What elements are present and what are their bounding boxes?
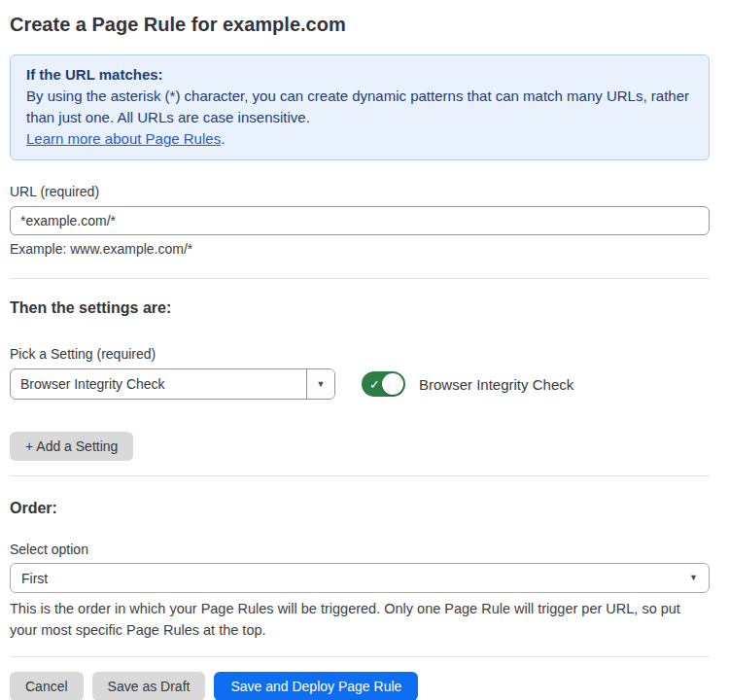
- link-suffix: .: [221, 130, 225, 147]
- setting-picker-select[interactable]: Browser Integrity Check ▼: [10, 368, 335, 400]
- footer-buttons: Cancel Save as Draft Save and Deploy Pag…: [10, 672, 710, 700]
- url-input[interactable]: [10, 206, 710, 235]
- save-and-deploy-button[interactable]: Save and Deploy Page Rule: [214, 672, 418, 700]
- page-rule-form: Create a Page Rule for example.com If th…: [0, 0, 729, 700]
- setting-picker-label: Pick a Setting (required): [10, 346, 710, 362]
- add-setting-button[interactable]: + Add a Setting: [10, 432, 133, 461]
- order-select-label: Select option: [10, 542, 710, 557]
- order-select-value: First: [21, 571, 48, 586]
- info-box-heading: If the URL matches:: [26, 64, 693, 86]
- learn-more-link[interactable]: Learn more about Page Rules: [26, 130, 221, 147]
- divider: [10, 278, 710, 279]
- url-field-label: URL (required): [10, 184, 710, 199]
- order-section-heading: Order:: [10, 499, 710, 517]
- settings-section-heading: Then the settings are:: [10, 298, 710, 317]
- info-box-link-line: Learn more about Page Rules.: [26, 128, 693, 150]
- cancel-button[interactable]: Cancel: [10, 672, 84, 700]
- toggle-label: Browser Integrity Check: [419, 376, 573, 393]
- info-box-body: By using the asterisk (*) character, you…: [26, 86, 693, 128]
- chevron-down-icon: ▼: [317, 380, 326, 389]
- url-helper-text: Example: www.example.com/*: [10, 241, 710, 258]
- toggle-wrap: ✓ Browser Integrity Check: [362, 371, 573, 397]
- save-as-draft-button[interactable]: Save as Draft: [92, 672, 206, 700]
- setting-picker-value: Browser Integrity Check: [11, 369, 306, 399]
- setting-picker-arrow-button[interactable]: ▼: [306, 369, 334, 399]
- order-helper-text: This is the order in which your Page Rul…: [10, 598, 710, 641]
- divider: [10, 656, 710, 657]
- toggle-knob: [382, 373, 403, 395]
- url-match-info-box: If the URL matches: By using the asteris…: [10, 54, 710, 160]
- page-title: Create a Page Rule for example.com: [10, 13, 710, 36]
- divider: [10, 475, 710, 476]
- order-select[interactable]: First ▼: [10, 563, 710, 593]
- setting-row: Browser Integrity Check ▼ ✓ Browser Inte…: [10, 368, 710, 400]
- check-icon: ✓: [369, 378, 380, 391]
- browser-integrity-toggle[interactable]: ✓: [362, 371, 405, 397]
- chevron-down-icon: ▼: [689, 574, 698, 582]
